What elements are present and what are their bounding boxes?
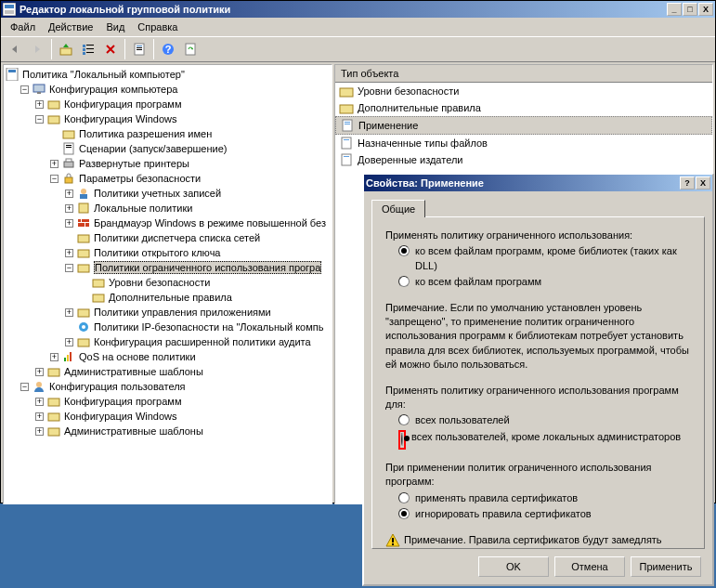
close-button[interactable]: X — [696, 176, 710, 189]
list-item-addrules[interactable]: Дополнительные правила — [335, 99, 712, 116]
svg-rect-42 — [78, 309, 89, 317]
tree-srp[interactable]: −Политики ограниченного использования пр… — [6, 260, 330, 275]
radio-apply-certs[interactable]: применять правила сертификатов — [398, 491, 691, 505]
tree-apppolicies[interactable]: +Политики управления приложениями — [6, 305, 330, 320]
up-button[interactable] — [56, 39, 76, 59]
tree-panel[interactable]: Политика "Локальный компьютер" −Конфигур… — [3, 64, 332, 504]
dialog-tabs: Общие — [371, 199, 705, 216]
tree-seclevels[interactable]: Уровни безопасности — [6, 275, 330, 290]
radio-icon[interactable] — [398, 276, 410, 287]
maximize-button[interactable]: □ — [683, 3, 697, 16]
apply-button[interactable]: Применить — [631, 556, 701, 577]
expand-icon[interactable]: + — [50, 160, 59, 168]
refresh-button[interactable] — [180, 39, 201, 59]
radio-apply-all[interactable]: ко всем файлам программ — [398, 275, 691, 289]
menu-action[interactable]: Действие — [43, 20, 98, 34]
tree-local-policies[interactable]: +Локальные политики — [6, 201, 330, 216]
highlight-box — [398, 430, 406, 450]
close-button[interactable]: X — [698, 3, 713, 16]
svg-rect-32 — [79, 203, 88, 213]
tree-addrules[interactable]: Дополнительные правила — [6, 290, 330, 305]
collapse-icon[interactable]: − — [35, 115, 44, 124]
expand-icon[interactable]: + — [35, 412, 44, 421]
radio-icon[interactable] — [398, 508, 410, 519]
expand-icon[interactable]: + — [35, 398, 44, 406]
expand-icon[interactable]: + — [65, 189, 73, 198]
help-button[interactable]: ? — [158, 39, 178, 59]
radio-icon[interactable] — [398, 245, 410, 256]
script-icon — [62, 142, 75, 155]
list-item-publishers[interactable]: Доверенные издатели — [335, 151, 712, 168]
expand-icon[interactable]: + — [65, 308, 73, 317]
toolbar: ? — [1, 36, 715, 62]
list-item-seclevels[interactable]: Уровни безопасности — [335, 83, 712, 99]
tree-comp-config[interactable]: −Конфигурация компьютера — [6, 82, 330, 97]
radio-apply-nodll[interactable]: ко всем файлам программ, кроме библиотек… — [398, 244, 691, 273]
tree-win-config[interactable]: −Конфигурация Windows — [6, 111, 330, 126]
delete-button[interactable] — [100, 39, 121, 59]
tree-name-policy[interactable]: Политика разрешения имен — [6, 126, 330, 141]
tree-netlist[interactable]: Политики диспетчера списка сетей — [6, 230, 330, 245]
menu-help[interactable]: Справка — [132, 20, 183, 34]
tree-scenarios[interactable]: Сценарии (запуск/завершение) — [6, 141, 330, 156]
svg-text:?: ? — [165, 44, 172, 55]
forward-button[interactable] — [27, 39, 47, 59]
radio-except-admins[interactable]: всех пользователей, кроме локальных адми… — [398, 430, 691, 450]
cancel-button[interactable]: Отмена — [554, 556, 625, 577]
menu-view[interactable]: Вид — [100, 20, 130, 34]
tree-firewall[interactable]: +Брандмауэр Windows в режиме повышенной … — [6, 216, 330, 230]
radio-icon[interactable] — [398, 492, 410, 503]
list-header[interactable]: Тип объекта — [335, 65, 712, 83]
tree-root[interactable]: Политика "Локальный компьютер" — [6, 67, 330, 82]
tree-printers[interactable]: +Развернутые принтеры — [6, 156, 330, 171]
collapse-icon[interactable]: − — [50, 175, 59, 183]
list-item-filetypes[interactable]: Назначенные типы файлов — [335, 135, 712, 151]
tree-soft-config[interactable]: +Конфигурация программ — [6, 97, 330, 111]
tree-ipsec[interactable]: Политики IP-безопасности на "Локальный к… — [6, 320, 330, 334]
help-button[interactable]: ? — [680, 176, 695, 189]
collapse-icon[interactable]: − — [65, 264, 73, 272]
list-button[interactable] — [78, 39, 98, 59]
tree-pubkey[interactable]: +Политики открытого ключа — [6, 245, 330, 260]
expand-icon[interactable]: + — [35, 100, 44, 109]
minimize-button[interactable]: _ — [667, 3, 682, 16]
tree-u-admin[interactable]: +Административные шаблоны — [6, 424, 330, 438]
collapse-icon[interactable]: − — [20, 383, 29, 391]
expand-icon[interactable]: + — [35, 427, 44, 436]
tree-audit[interactable]: +Конфигурация расширенной политики аудит… — [6, 334, 330, 349]
expand-icon[interactable]: + — [65, 338, 73, 346]
expand-icon[interactable]: + — [65, 219, 73, 228]
tree-account-policies[interactable]: +Политики учетных записей — [6, 186, 330, 201]
tree-admintpl[interactable]: +Административные шаблоны — [6, 364, 330, 379]
expand-icon[interactable]: + — [50, 353, 59, 361]
tree-qos[interactable]: +QoS на основе политики — [6, 349, 330, 364]
expand-icon[interactable]: + — [65, 249, 73, 257]
radio-icon[interactable] — [401, 433, 403, 446]
svg-rect-52 — [48, 413, 59, 421]
main-title: Редактор локальной групповой политики — [20, 4, 667, 15]
back-button[interactable] — [5, 39, 25, 59]
tree-security[interactable]: −Параметры безопасности — [6, 171, 330, 186]
collapse-icon[interactable]: − — [20, 85, 29, 94]
expand-icon[interactable]: + — [65, 204, 73, 213]
list-item-enforcement[interactable]: Применение — [335, 116, 712, 135]
radio-icon[interactable] — [398, 414, 410, 425]
svg-rect-36 — [85, 223, 85, 227]
tree-u-soft[interactable]: +Конфигурация программ — [6, 394, 330, 409]
menu-file[interactable]: Файл — [5, 20, 41, 34]
tree-u-win[interactable]: +Конфигурация Windows — [6, 409, 330, 424]
folder-icon — [92, 276, 105, 289]
folder-icon — [47, 112, 60, 125]
svg-rect-12 — [137, 47, 142, 48]
tree-user-config[interactable]: −Конфигурация пользователя — [6, 379, 330, 394]
radio-ignore-certs[interactable]: игнорировать правила сертификатов — [398, 507, 691, 521]
ok-button[interactable]: OK — [478, 556, 549, 577]
folder-icon — [47, 425, 60, 438]
expand-icon[interactable]: + — [35, 368, 44, 376]
dialog-titlebar: Свойства: Применение ? X — [364, 175, 712, 191]
svg-rect-39 — [78, 265, 89, 272]
tab-general[interactable]: Общие — [371, 200, 425, 217]
svg-rect-56 — [343, 120, 352, 131]
properties-button[interactable] — [129, 39, 150, 59]
radio-all-users[interactable]: всех пользователей — [398, 413, 691, 427]
